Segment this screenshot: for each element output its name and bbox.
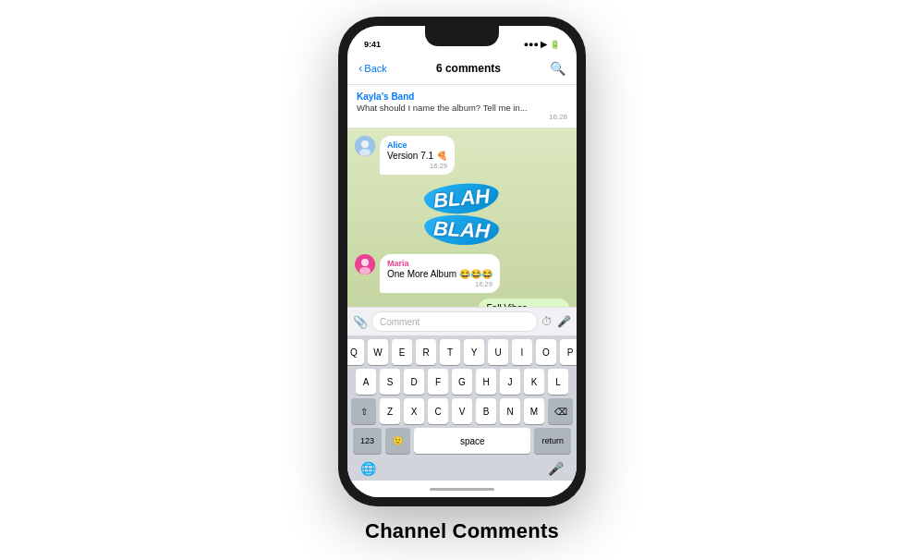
key-O[interactable]: O <box>536 339 556 365</box>
sticker-blah2: BLAH <box>424 213 501 247</box>
key-A[interactable]: A <box>356 369 376 395</box>
mic-keyboard-icon[interactable]: 🎤 <box>548 461 564 476</box>
search-icon[interactable]: 🔍 <box>550 61 565 76</box>
channel-time: 16:28 <box>357 113 567 121</box>
sticker-blah1: BLAH <box>423 181 501 217</box>
key-L[interactable]: L <box>548 369 568 395</box>
bubble-outgoing: Fall Vibes 16:31 ✓✓ <box>479 298 569 307</box>
comment-placeholder: Comment <box>380 317 419 327</box>
keyboard-row-2: A S D F G H J K L <box>347 365 577 395</box>
back-label: Back <box>364 63 386 74</box>
key-Q[interactable]: Q <box>347 339 364 365</box>
key-I[interactable]: I <box>512 339 532 365</box>
key-P[interactable]: P <box>560 339 577 365</box>
keyboard-bottom-row: 123 🙂 space return <box>347 424 577 459</box>
back-chevron-icon: ‹ <box>359 62 362 74</box>
avatar-alice <box>355 136 375 156</box>
message-outgoing: Fall Vibes 16:31 ✓✓ <box>355 298 569 307</box>
key-W[interactable]: W <box>368 339 388 365</box>
msg-time-alice: 16:29 <box>387 162 447 170</box>
status-time: 9:41 <box>364 40 381 49</box>
page-wrapper: 9:41 ●●● ▶ 🔋 ‹ Back 6 comments 🔍 Kayla's… <box>0 0 924 560</box>
channel-description: What should I name the album? Tell me in… <box>357 103 567 113</box>
back-button[interactable]: ‹ Back <box>359 62 387 74</box>
key-J[interactable]: J <box>500 369 520 395</box>
sticker-content: BLAH BLAH <box>424 184 499 245</box>
sender-alice: Alice <box>387 140 447 150</box>
message-alice: Alice Version 7.1 🍕 16:29 <box>355 136 569 175</box>
key-C[interactable]: C <box>428 398 448 424</box>
msg-time-maria: 16:29 <box>387 280 492 288</box>
keyboard-row-1: Q W E R T Y U I O P <box>347 335 577 365</box>
key-B[interactable]: B <box>476 398 496 424</box>
read-tick-icon: ✓✓ <box>549 305 562 307</box>
key-U[interactable]: U <box>488 339 508 365</box>
globe-icon[interactable]: 🌐 <box>360 461 376 476</box>
mic-icon[interactable]: 🎤 <box>557 315 571 328</box>
key-F[interactable]: F <box>428 369 448 395</box>
msg-text-alice: Version 7.1 🍕 <box>387 151 447 161</box>
nav-bar: ‹ Back 6 comments 🔍 <box>347 52 577 85</box>
svg-point-2 <box>359 149 371 156</box>
timer-icon[interactable]: ⏱ <box>541 315 553 328</box>
key-N[interactable]: N <box>500 398 520 424</box>
svg-point-4 <box>361 259 369 266</box>
input-bar: 📎 Comment ⏱ 🎤 <box>347 307 577 335</box>
key-G[interactable]: G <box>452 369 472 395</box>
message-maria: Maria One More Album 😂😂😂 16:29 <box>355 254 569 293</box>
attach-icon[interactable]: 📎 <box>353 315 368 329</box>
svg-point-5 <box>359 267 371 274</box>
key-S[interactable]: S <box>380 369 400 395</box>
page-title: Channel Comments <box>365 519 559 543</box>
keyboard: Q W E R T Y U I O P A S D F G <box>347 335 577 481</box>
key-X[interactable]: X <box>404 398 424 424</box>
msg-text-outgoing: Fall Vibes <box>486 303 527 307</box>
key-K[interactable]: K <box>524 369 544 395</box>
bubble-alice: Alice Version 7.1 🍕 16:29 <box>380 136 455 175</box>
home-indicator <box>347 481 577 497</box>
msg-time-outgoing: 16:31 ✓✓ <box>530 305 562 307</box>
keyboard-globe-mic-row: 🌐 🎤 <box>347 459 577 481</box>
avatar-maria <box>355 254 375 274</box>
key-H[interactable]: H <box>476 369 496 395</box>
phone-notch <box>425 26 499 46</box>
channel-preview: Kayla's Band What should I name the albu… <box>347 85 577 128</box>
status-icons: ●●● ▶ 🔋 <box>524 40 560 49</box>
bubble-maria: Maria One More Album 😂😂😂 16:29 <box>380 254 500 293</box>
phone-shell: 9:41 ●●● ▶ 🔋 ‹ Back 6 comments 🔍 Kayla's… <box>338 17 586 506</box>
sender-maria: Maria <box>387 259 492 268</box>
comment-input[interactable]: Comment <box>371 311 538 332</box>
key-emoji[interactable]: 🙂 <box>385 428 410 454</box>
key-D[interactable]: D <box>404 369 424 395</box>
keyboard-row-3: ⇧ Z X C V B N M ⌫ <box>347 395 577 424</box>
home-bar <box>430 488 494 491</box>
chat-area: Alice Version 7.1 🍕 16:29 BLAH BLAH <box>347 128 577 307</box>
sticker-blahblah: BLAH BLAH <box>355 184 569 245</box>
key-shift[interactable]: ⇧ <box>351 398 376 424</box>
msg-text-maria: One More Album 😂😂😂 <box>387 269 492 279</box>
key-R[interactable]: R <box>416 339 436 365</box>
key-T[interactable]: T <box>440 339 460 365</box>
key-Z[interactable]: Z <box>380 398 400 424</box>
key-Y[interactable]: Y <box>464 339 484 365</box>
channel-name: Kayla's Band <box>357 91 567 102</box>
svg-point-1 <box>361 140 369 148</box>
nav-title: 6 comments <box>436 62 501 75</box>
key-V[interactable]: V <box>452 398 472 424</box>
key-backspace[interactable]: ⌫ <box>548 398 573 424</box>
key-return[interactable]: return <box>534 428 571 454</box>
key-space[interactable]: space <box>414 428 530 454</box>
key-numbers[interactable]: 123 <box>353 428 382 454</box>
phone-screen: 9:41 ●●● ▶ 🔋 ‹ Back 6 comments 🔍 Kayla's… <box>347 26 577 497</box>
key-E[interactable]: E <box>392 339 412 365</box>
key-M[interactable]: M <box>524 398 544 424</box>
input-icons: ⏱ 🎤 <box>541 315 571 328</box>
